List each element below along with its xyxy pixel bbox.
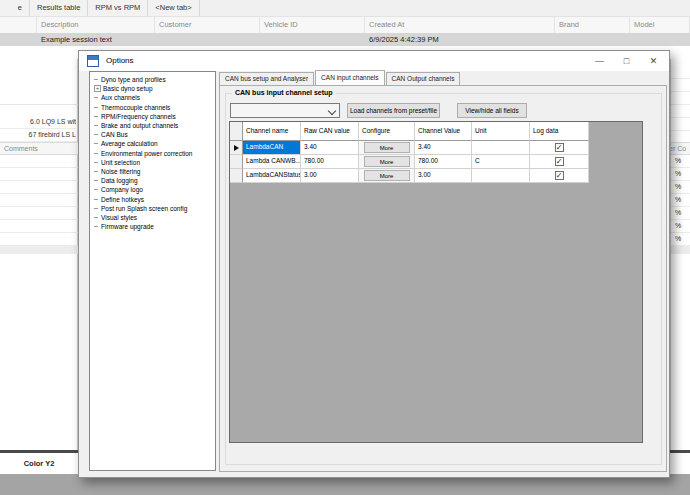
grid-column-header-log-data[interactable]: Log data xyxy=(530,122,589,141)
tab-bar-filler xyxy=(200,0,690,17)
table-row[interactable]: Example session text6/9/2025 4:42:39 PM xyxy=(0,33,690,46)
preset-combobox[interactable] xyxy=(230,103,340,118)
tree-item-rpm-frequency-channels[interactable]: RPM/Frequency channels xyxy=(90,112,215,121)
cell-channel-name[interactable]: Lambda CANWB... xyxy=(243,155,301,169)
tree-item-label: Noise filtering xyxy=(101,168,140,175)
grid-column-header-channel-value[interactable]: Channel Value xyxy=(415,122,472,141)
cell-channel-name[interactable]: LambdaCAN xyxy=(243,141,301,155)
cell-raw-can-value[interactable]: 780.00 xyxy=(301,155,359,169)
grid-column-header-unit[interactable]: Unit xyxy=(472,122,530,141)
cell-unit[interactable] xyxy=(472,169,530,183)
more-button[interactable]: More xyxy=(364,142,410,153)
tree-item-label: Thermocouple channels xyxy=(101,104,170,111)
column-header-brand[interactable]: Brand xyxy=(555,17,630,33)
tree-item-aux-channels[interactable]: Aux channels xyxy=(90,93,215,102)
tree-branch-icon xyxy=(94,162,98,163)
tree-item-average-calculation[interactable]: Average calculation xyxy=(90,139,215,148)
tree-item-thermocouple-channels[interactable]: Thermocouple channels xyxy=(90,103,215,112)
cell-raw-can-value[interactable]: 3.40 xyxy=(301,141,359,155)
panel-band xyxy=(0,246,78,254)
grid-column-header-raw-can-value[interactable]: Raw CAN value xyxy=(301,122,359,141)
comments-empty-row xyxy=(0,207,78,220)
comments-header-label: Comments xyxy=(4,145,38,152)
log-data-checkbox[interactable]: ✓ xyxy=(555,143,564,152)
power-correction-column-header: wer Co xyxy=(671,142,690,155)
tree-item-noise-filtering[interactable]: Noise filtering xyxy=(90,167,215,176)
sessions-table-header: DescriptionCustomerVehicle IDCreated AtB… xyxy=(0,17,690,34)
left-session-row[interactable]: 6.0 LQ9 LS wit xyxy=(0,116,76,129)
grid-row-lambdacan: LambdaCAN3.40More3.40✓ xyxy=(230,141,589,155)
tab-can-input-channels[interactable]: CAN input channels xyxy=(315,70,384,85)
tree-item-environmental-power-correction[interactable]: Environmental power correction xyxy=(90,149,215,158)
right-empty-row xyxy=(671,118,690,131)
dialog-titlebar[interactable]: Options — □ ✕ xyxy=(79,51,669,71)
tree-branch-icon xyxy=(94,208,98,209)
cell-channel-value[interactable]: 780.00 xyxy=(415,155,472,169)
tree-item-brake-and-output-channels[interactable]: Brake and output channels xyxy=(90,121,215,130)
can-bus-input-channel-setup-group: CAN bus input channel setup Load channel… xyxy=(225,93,662,465)
tree-item-data-logging[interactable]: Data logging xyxy=(90,176,215,185)
bg-tab-rpm-vs-rpm[interactable]: RPM vs RPM xyxy=(88,0,148,17)
comments-column-header: Comments xyxy=(0,142,78,155)
tree-item-dyno-type-and-profiles[interactable]: Dyno type and profiles xyxy=(90,75,215,84)
expand-plus-icon[interactable]: + xyxy=(94,85,101,92)
view-hide-all-fields-button[interactable]: View/hide all fields xyxy=(457,103,527,118)
tab-can-output-channels[interactable]: CAN Output channels xyxy=(386,72,461,85)
tree-branch-icon xyxy=(94,199,98,200)
log-data-checkbox[interactable]: ✓ xyxy=(555,157,564,166)
bg-tab-results-table[interactable]: Results table xyxy=(30,0,88,17)
column-header-gutter[interactable] xyxy=(0,17,37,33)
tree-item-label: Define hotkeys xyxy=(101,196,144,203)
cell-brand xyxy=(555,33,630,46)
cell-model xyxy=(630,33,690,46)
log-data-checkbox[interactable]: ✓ xyxy=(555,171,564,180)
tab-color-y2[interactable]: Color Y2 xyxy=(0,453,78,474)
tree-item-firmware-upgrade[interactable]: Firmware upgrade xyxy=(90,222,215,231)
tree-item-basic-dyno-setup[interactable]: +Basic dyno setup xyxy=(90,84,215,93)
tree-item-visual-styles[interactable]: Visual styles xyxy=(90,213,215,222)
close-icon[interactable]: ✕ xyxy=(640,51,667,71)
column-header-vehicle-id[interactable]: Vehicle ID xyxy=(260,17,365,33)
tree-item-can-bus[interactable]: CAN Bus xyxy=(90,130,215,139)
maximize-icon[interactable]: □ xyxy=(613,51,640,71)
load-channels-from-preset-file-button[interactable]: Load channels from preset/file xyxy=(347,103,440,118)
cell-configure: More xyxy=(359,141,415,155)
column-header-description[interactable]: Description xyxy=(37,17,155,33)
cell-channel-name[interactable]: LambdaCANStatus xyxy=(243,169,301,183)
minimize-icon[interactable]: — xyxy=(586,51,613,71)
bg-tab--new-tab-[interactable]: <New tab> xyxy=(148,0,199,17)
grid-column-header-channel-name[interactable]: Channel name xyxy=(243,122,301,141)
grid-row-lambda-canwb-: Lambda CANWB...780.00More780.00C✓ xyxy=(230,155,589,169)
tree-item-unit-selection[interactable]: Unit selection xyxy=(90,158,215,167)
column-header-created-at[interactable]: Created At xyxy=(365,17,555,33)
can-channels-grid: Channel nameRaw CAN valueConfigureChanne… xyxy=(229,121,643,443)
column-header-customer[interactable]: Customer xyxy=(155,17,260,33)
more-button[interactable]: More xyxy=(364,156,410,167)
percent-cell-row: % xyxy=(671,155,690,168)
bg-tab-e[interactable]: e xyxy=(0,0,30,17)
tree-item-post-run-splash-screen-config[interactable]: Post run Splash screen config xyxy=(90,204,215,213)
tab-can-bus-setup-and-analyser[interactable]: CAN bus setup and Analyser xyxy=(219,72,314,85)
bottom-tab-row: Color Y2 xyxy=(0,453,78,474)
tree-item-company-logo[interactable]: Company logo xyxy=(90,185,215,194)
percent-cell-row: % xyxy=(671,181,690,194)
grid-column-header-configure[interactable]: Configure xyxy=(359,122,415,141)
cell-channel-value[interactable]: 3.00 xyxy=(415,169,472,183)
row-selector-cell[interactable] xyxy=(230,141,243,155)
more-button[interactable]: More xyxy=(364,170,410,181)
cell-raw-can-value[interactable]: 3.00 xyxy=(301,169,359,183)
cell-channel-value[interactable]: 3.40 xyxy=(415,141,472,155)
left-session-row[interactable]: 67 firebird LS L xyxy=(0,129,76,142)
tree-item-define-hotkeys[interactable]: Define hotkeys xyxy=(90,194,215,203)
cell-unit[interactable] xyxy=(472,141,530,155)
tree-item-label: Dyno type and profiles xyxy=(101,76,166,83)
column-header-model[interactable]: Model xyxy=(630,17,690,33)
tree-branch-icon xyxy=(94,171,98,172)
tree-item-label: CAN Bus xyxy=(101,131,128,138)
cell-unit[interactable]: C xyxy=(472,155,530,169)
can-settings-tab-strip: CAN bus setup and AnalyserCAN input chan… xyxy=(219,71,461,85)
cell-log-data: ✓ xyxy=(530,155,589,169)
row-selector-cell[interactable] xyxy=(230,169,243,183)
row-selector-cell[interactable] xyxy=(230,155,243,169)
cell-gutter xyxy=(0,46,37,59)
